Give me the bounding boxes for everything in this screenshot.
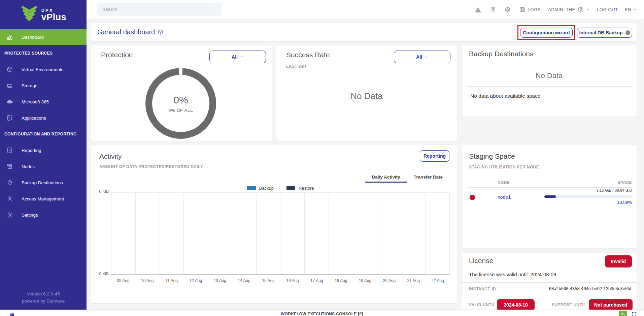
chart-column (426, 193, 449, 274)
chevron-logo-icon (20, 6, 38, 23)
dpx-vplus-dashboard: LOGS ADMIN, THE LOG OUT EN (0, 0, 644, 316)
powered-by-text: powered by Storware (0, 297, 87, 305)
workflow-console-bar: WORKFLOW EXECUTIONS CONSOLE [0] (0, 310, 644, 316)
protection-percent-sub: 0% OF ALL (168, 108, 193, 113)
tab-transfer-rate[interactable]: Transfer Rate (407, 172, 449, 182)
sidebar-item-backup-destinations[interactable]: Backup Destinations (0, 175, 87, 191)
app-logo[interactable]: DPX vPlus (0, 0, 87, 29)
language-select[interactable]: EN (625, 7, 637, 12)
chart-column (257, 193, 281, 274)
console-export-icon[interactable] (619, 311, 627, 316)
backup-destinations-title: Backup Destinations (469, 50, 533, 58)
success-rate-filter-dropdown[interactable]: All (394, 51, 450, 63)
staging-space-card: Staging Space STAGING UTILIZATION PER NO… (462, 145, 637, 248)
success-rate-card: Success Rate LAST 24H All No Data (276, 45, 457, 141)
nodes-icon (6, 163, 13, 170)
cloud-icon (6, 98, 13, 105)
protection-donut-chart: 0% 0% OF ALL (145, 68, 216, 139)
x-axis-tick-label: 10 Aug (135, 278, 160, 283)
console-title[interactable]: WORKFLOW EXECUTIONS CONSOLE [0] (0, 312, 644, 316)
sidebar-sections: PROTECTED SOURCESVirtual EnvironmentsSto… (0, 45, 87, 223)
sidebar-section-label: PROTECTED SOURCES (0, 45, 87, 61)
sidebar-item-nodes[interactable]: Nodes (0, 158, 87, 175)
chart-column (160, 193, 184, 274)
protection-title: Protection (101, 51, 133, 59)
node-space-value: 9.15 GiB / 69.94 GiB (597, 188, 632, 192)
logo-line2: vPlus (41, 13, 67, 22)
divider (466, 86, 633, 87)
node-link[interactable]: node1 (498, 194, 511, 200)
backup-legend-swatch (247, 186, 256, 190)
help-lifering-icon[interactable] (504, 6, 511, 13)
topbar: LOGS ADMIN, THE LOG OUT EN (87, 0, 644, 19)
success-rate-no-data: No Data (345, 90, 388, 102)
x-axis-tick-label: 12 Aug (184, 278, 208, 283)
sidebar-item-applications[interactable]: Applications (0, 110, 87, 126)
chart-legend: Backup Restore (111, 186, 450, 191)
chart-column (280, 193, 305, 274)
fullscreen-icon[interactable] (632, 312, 637, 316)
support-until-badge: Not purchased (589, 299, 633, 311)
license-title: License (469, 257, 493, 265)
x-axis-tick-label: 09 Aug (111, 278, 135, 283)
storage-icon (6, 82, 13, 89)
user-icon (6, 195, 13, 202)
license-status-badge: Invalid (605, 255, 632, 267)
chart-column (184, 193, 208, 274)
x-axis-tick-label: 11 Aug (160, 278, 184, 283)
page-title: General dashboard (97, 23, 163, 41)
pin-icon (6, 179, 13, 186)
chart-column (111, 193, 136, 274)
configuration-wizard-button[interactable]: Configuration wizard (520, 28, 573, 38)
y-axis-bottom-label: 0 KiB (91, 272, 109, 276)
chevron-down-icon (240, 55, 244, 59)
sidebar-item-label: Dashboard (22, 35, 44, 40)
sidebar-item-storage[interactable]: Storage (0, 77, 87, 94)
x-axis-tick-label: 20 Aug (377, 278, 401, 283)
x-axis-tick-label: 21 Aug (401, 278, 426, 283)
sidebar-item-dashboard[interactable]: Dashboard (0, 29, 87, 45)
staging-bar-fill (544, 195, 556, 198)
license-message: The license was valid until: 2024-08-09 (469, 272, 556, 277)
x-axis-tick-label: 22 Aug (426, 278, 450, 283)
sidebar: DPX vPlus Dashboard PROTECTED SOURCESVir… (0, 0, 87, 310)
report-icon (6, 147, 13, 154)
logs-button[interactable]: LOGS (519, 6, 541, 13)
activity-bar-chart (111, 192, 450, 275)
internal-db-backup-button[interactable]: Internal DB Backup (577, 28, 632, 38)
user-menu[interactable]: ADMIN, THE (548, 6, 589, 13)
restore-legend-swatch (286, 186, 295, 190)
sidebar-item-access-management[interactable]: Access Management (0, 191, 87, 207)
search-input[interactable] (97, 3, 222, 16)
protection-card: Protection All 0% 0% OF ALL (91, 45, 272, 141)
warning-icon[interactable] (474, 6, 482, 13)
y-axis-top-label: 0 KiB (91, 189, 109, 194)
status-dot-icon (625, 30, 630, 35)
help-circle-icon[interactable] (158, 29, 163, 35)
cube-icon (6, 66, 13, 73)
sidebar-item-reporting[interactable]: Reporting (0, 142, 87, 158)
topbar-actions: LOGS ADMIN, THE LOG OUT EN (474, 0, 637, 19)
node-status-dot (470, 195, 475, 200)
report-scroll-icon[interactable] (490, 6, 496, 13)
newspaper-icon (519, 6, 526, 13)
success-rate-subtitle: LAST 24H (286, 64, 306, 69)
logs-label: LOGS (528, 7, 541, 12)
reporting-button[interactable]: Reporting (420, 150, 449, 162)
protection-filter-dropdown[interactable]: All (209, 51, 266, 63)
chart-column (136, 193, 160, 274)
logout-button[interactable]: LOG OUT (597, 7, 618, 12)
x-axis-tick-label: 16 Aug (280, 278, 305, 283)
sidebar-item-virtual-environments[interactable]: Virtual Environments (0, 61, 87, 77)
tab-daily-activity[interactable]: Daily Activity (365, 172, 407, 182)
sidebar-item-settings[interactable]: Settings (0, 207, 87, 223)
x-axis-tick-label: 13 Aug (208, 278, 232, 283)
protection-percent: 0% (173, 94, 188, 106)
x-axis-tick-label: 15 Aug (256, 278, 280, 283)
backup-destinations-note: No data about available space (470, 93, 541, 99)
chart-column (208, 193, 232, 274)
sidebar-item-microsoft-365[interactable]: Microsoft 365 (0, 94, 87, 110)
divider (91, 182, 457, 182)
backup-destinations-no-data: No Data (462, 71, 637, 80)
version-info: Version 6.2.0-45 powered by Storware (0, 290, 87, 305)
